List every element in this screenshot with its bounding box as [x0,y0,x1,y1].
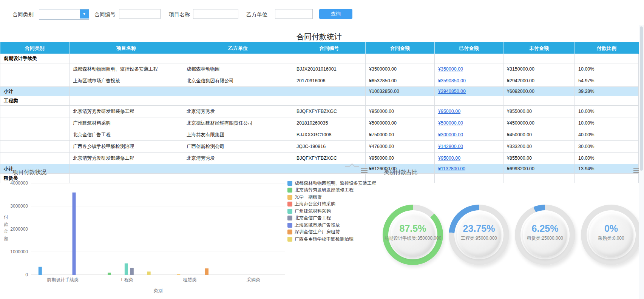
column-header: 项目名称 [69,43,183,54]
paid-amount-link[interactable]: ¥1132800.00 [438,166,465,171]
table-cell [293,54,366,63]
table-row: 小计¥8126000.00¥1132800.00¥6993200.0013.94… [0,164,639,174]
legend-label: 深圳金信生产厂房租赁 [295,229,340,235]
bar-上海区域市场广告投放[interactable] [73,193,76,275]
svg-text:租赁类: 租赁类 [183,277,197,282]
table-cell: ¥6993200.00 [503,164,575,174]
table-row: 北京清芳秀发研发部装修工程北京清芳秀发BJQFXFYFBZXGC¥950000.… [0,106,639,117]
paid-amount-link[interactable]: ¥500000.00 [438,120,463,126]
bar-chart-menu-icon[interactable] [361,168,368,173]
table-cell [0,106,69,117]
gauge-label: 工程类:95000.000 [461,235,497,242]
legend-item[interactable]: 上海区域市场广告投放 [287,222,376,229]
table-cell [0,141,69,153]
table-cell [503,174,575,183]
bar-成都森林动物园照明、监控设备安装工程[interactable] [39,267,42,275]
legend-swatch-icon [287,181,292,186]
legend-swatch-icon [287,209,292,214]
legend-item[interactable]: 北京清芳秀发研发部装修工程 [287,187,376,194]
project-name-label: 项目名称 [169,10,190,19]
gauge-租赁类[interactable]: 6.25%租赁类:25000.000 [515,205,575,265]
collapse-section-handle[interactable] [344,162,360,168]
bar-广西各乡镇学校甲醛检测治理[interactable] [147,271,151,275]
paid-amount-link[interactable]: ¥95000.00 [438,156,460,161]
table-cell: ¥4500000.00 [503,117,575,129]
gauge-label: 采购类:0.000 [598,235,624,242]
table-cell [0,129,69,141]
table-cell [183,96,293,106]
table-cell: BJJX20101016001 [293,63,366,75]
contract-category-label: 合同类别 [12,10,34,19]
legend-label: 北京金信广告工程 [295,215,331,221]
legend-label: 北京清芳秀发研发部装修工程 [295,187,354,193]
paid-amount-link[interactable]: ¥95000.00 [438,109,460,114]
table-row: 工程类 [0,96,639,106]
contract-category-select[interactable]: ▼ [39,9,89,20]
gauge-percent: 87.5% [400,223,426,233]
table-cell [0,63,69,75]
bar-北京金信广告工程[interactable] [130,268,134,275]
table-cell [503,96,575,106]
table-row: 广西各乡镇学校甲醛检测治理广西创新检测公司JQJC-190916¥476000.… [0,141,639,153]
project-name-input[interactable] [193,9,238,19]
gauge-plate: 0%采购类:0.000 [589,213,633,257]
svg-text:款: 款 [4,222,8,227]
paid-amount-link[interactable]: ¥3940850.00 [438,89,466,94]
table-cell: 北京清芳秀发研发部装修工程 [69,153,183,164]
gauge-采购类[interactable]: 0%采购类:0.000 [581,205,641,265]
gauge-工程类[interactable]: 23.75%工程类:95000.000 [449,205,509,265]
table-cell: 北京清芳秀发研发部装修工程 [69,106,183,117]
party-b-input[interactable] [275,9,313,19]
legend-item[interactable]: 成都森林动物园照明、监控设备安装工程 [287,180,376,187]
table-cell: 小计 [0,87,69,96]
bar-光学一期租赁[interactable] [177,274,180,275]
gauge-前期设计手续类[interactable]: 87.5%前期设计手续类:350000.000 [383,205,443,265]
table-cell [69,164,183,174]
table-cell: 北京清芳秀发 [183,153,293,164]
bar-广州建筑材料采购[interactable] [125,264,128,275]
paid-amount-link[interactable]: ¥350000.00 [438,66,463,72]
column-header: 合同金额 [366,43,435,54]
table-cell: 北京金信广告工程 [69,129,183,141]
gauge-label: 租赁类:25000.000 [527,235,563,242]
table-cell [293,87,366,96]
table-cell: ¥500000.00 [435,117,503,129]
table-cell [293,96,366,106]
legend-item[interactable]: 广州建筑材料采购 [287,208,376,215]
table-cell [575,54,639,63]
table-cell: 40.00% [575,129,639,141]
table-row: 成都森林动物园照明、监控设备安装工程成都森林动物园BJJX20101016001… [0,63,639,75]
table-cell: ¥476000.00 [366,141,435,153]
table-cell: ¥750000.00 [366,129,435,141]
legend-swatch-icon [287,230,292,234]
search-button[interactable]: 查询 [319,9,352,19]
vertical-scrollbar[interactable] [639,25,644,299]
table-cell: ¥10032850.00 [366,87,435,96]
gauge-percent: 6.25% [532,223,559,233]
table-cell: 北京金信集团有限公司 [183,75,293,87]
bar-北京清芳秀发研发部装修工程[interactable] [108,273,111,275]
table-cell: ¥3150000.00 [503,63,575,75]
bar-深圳金信生产厂房租赁[interactable] [205,268,208,275]
table-cell: 上海区域市场广告投放 [69,75,183,87]
legend-item[interactable]: 深圳金信生产厂房租赁 [287,229,376,236]
paid-amount-link[interactable]: ¥142800.00 [438,144,463,149]
legend-item[interactable]: 光学一期租赁 [287,194,376,201]
legend-swatch-icon [287,188,292,193]
table-cell: 广州建筑材料采购 [69,117,183,129]
legend-label: 广西各乡镇学校甲醛检测治理 [295,236,354,242]
select-dropdown-button[interactable]: ▼ [80,9,89,18]
table-cell [69,54,183,63]
table-header-row: 合同类别项目名称乙方单位合同编号合同金额已付金额未付金额付款比例 [0,43,639,54]
table-cell: 10.00% [575,153,639,164]
table-cell: ¥855000.00 [503,106,575,117]
svg-text:前期设计手续类: 前期设计手续类 [47,277,79,282]
table-cell: ¥142800.00 [435,141,503,153]
paid-amount-link[interactable]: ¥300000.00 [438,132,463,137]
legend-item[interactable]: 上海办公室灯饰采购 [287,201,376,208]
contract-no-input[interactable] [119,9,161,19]
paid-amount-link[interactable]: ¥3590850.00 [438,78,466,83]
scrollbar-thumb[interactable] [640,26,643,171]
legend-item[interactable]: 广西各乡镇学校甲醛检测治理 [287,236,376,243]
legend-item[interactable]: 北京金信广告工程 [287,215,376,222]
